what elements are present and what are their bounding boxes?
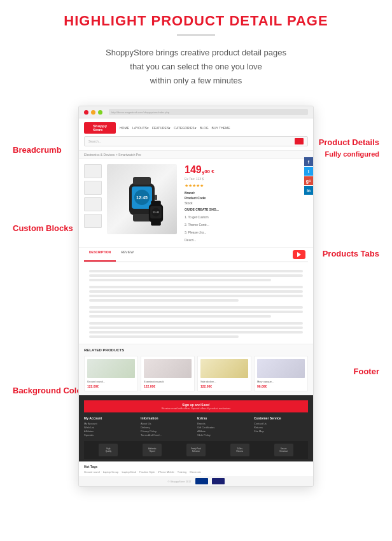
mockup-logo: ShoppyStore <box>84 122 116 134</box>
mockup-product-area: 12:45 12:45 <box>79 159 313 247</box>
mockup-stars: ★★★★★ <box>185 183 305 188</box>
mockup-product-code: Product Code: <box>185 196 305 200</box>
nav-layouts: LAYOUTS▾ <box>132 126 149 130</box>
footer-col-title-1: My Account <box>84 416 138 420</box>
desc-line-2 <box>89 274 303 277</box>
nav-blog: BLOG <box>200 126 209 130</box>
tag-2: Laptop Group <box>103 470 118 474</box>
mockup-nav-items: HOME LAYOUTS▾ FEATURES▾ CATEGORIES▾ BLOG… <box>120 126 308 130</box>
nav-buy-theme: BUY THEME <box>212 126 230 130</box>
title-black: HIGHLIGHT PRODUCT <box>64 13 225 29</box>
footer-col-item-2-4: Terms And Cond... <box>141 433 195 437</box>
annotation-products-tabs: Products Tabs <box>323 249 379 258</box>
social-facebook[interactable]: f <box>304 157 313 166</box>
mockup-guide-item-4: Descri... <box>185 238 305 242</box>
product-image-watch2: 12:45 <box>140 197 172 229</box>
related-item-4: Maw opaque... 96.00€ <box>254 356 308 391</box>
mockup-hottags: Hot Tags Ground round · Laptop Group · L… <box>79 461 313 476</box>
social-twitter[interactable]: t <box>304 167 313 176</box>
mockup-nav: ShoppyStore HOME LAYOUTS▾ FEATURES▾ CATE… <box>84 122 308 134</box>
svg-text:12:45: 12:45 <box>153 211 160 214</box>
badge-authentic: AuthenticReport <box>143 444 162 456</box>
thumb-4[interactable] <box>84 214 102 228</box>
footer-col-item-1-1: My Account <box>84 422 138 425</box>
mockup-tax: Ex Tax: 123 $ <box>185 177 305 181</box>
mockup-related-products: RELATED PRODUCTS Ground round... 122.00€… <box>79 344 313 395</box>
mockup-guide-item-2: 2. Theme Contr... <box>185 223 305 227</box>
browser-dot-green <box>98 110 102 115</box>
annotation-background-color: Background Color <box>13 386 85 395</box>
footer-col-title-2: Information <box>141 416 195 420</box>
footer-col-extras: Extras Brands Gift Certificates Affiliat… <box>197 416 251 437</box>
footer-col-item-3-4: Slide Policy <box>197 433 251 437</box>
mockup-guide-title: GUIDE CREATE SHO... <box>185 207 305 211</box>
thumb-3[interactable] <box>84 197 102 211</box>
video-play-button[interactable] <box>293 250 305 259</box>
desc-line-9 <box>89 311 303 313</box>
desc-line-10 <box>89 315 271 318</box>
tag-7: Electronic <box>190 470 201 474</box>
footer-col-customer-service: Customer Service Contact Us Returns Site… <box>254 416 308 437</box>
mockup-breadcrumb: Electronics & Devices > Smartwatch Pro <box>79 151 313 159</box>
mockup-search-text: Search... <box>88 139 292 143</box>
mockup-thumbnails <box>84 164 102 242</box>
mockup-main-image: 12:45 12:45 <box>107 164 177 234</box>
tag-1: Ground round <box>84 470 100 474</box>
mockup-search-bar[interactable]: Search... <box>84 136 308 146</box>
footer-col-my-account: My Account My Account Wish List Affiliat… <box>84 416 138 437</box>
related-item-3: Sale abdom... 122.00€ <box>197 356 251 391</box>
video-play-icon <box>297 252 301 257</box>
tab-review[interactable]: REVIEW <box>116 248 139 262</box>
desc-line-8 <box>89 306 303 309</box>
svg-rect-4 <box>133 177 151 185</box>
related-img-4 <box>257 359 305 378</box>
related-img-2 <box>144 359 192 378</box>
desc-line-3 <box>89 279 271 281</box>
tag-sep-5: · <box>176 470 176 474</box>
footer-col-item-3-2: Gift Certificates <box>197 426 251 429</box>
related-img-3 <box>200 359 248 378</box>
tag-4: Fashion Style <box>139 470 155 474</box>
tab-description[interactable]: DESCRIPTION <box>84 248 116 262</box>
mockup-brand: Brand: <box>185 191 305 195</box>
desc-line-1 <box>89 270 303 272</box>
related-img-1 <box>87 359 135 378</box>
footer-col-item-4-1: Contact Us <box>254 422 308 425</box>
footer-col-item-2-2: Delivery <box>141 426 195 429</box>
footer-col-item-4-3: Site Map <box>254 430 308 433</box>
nav-categories: CATEGORIES▾ <box>174 126 196 130</box>
payment-icon-visa <box>212 478 225 484</box>
mockup-stock: Stock <box>185 201 305 205</box>
footer-col-title-3: Extras <box>197 416 251 420</box>
social-google-plus[interactable]: g+ <box>304 176 313 185</box>
thumb-2[interactable] <box>84 181 102 195</box>
mockup-tab-nav: DESCRIPTION REVIEW <box>84 248 308 262</box>
related-price-2: 122.00€ <box>144 384 192 388</box>
thumb-1[interactable] <box>84 164 102 178</box>
desc-line-6 <box>89 295 303 297</box>
related-price-1: 122.00€ <box>87 384 135 388</box>
annotation-breadcrumb: Breadcrumb <box>13 145 62 155</box>
desc-line-5 <box>89 290 303 293</box>
nav-home: HOME <box>120 126 129 130</box>
mockup-search-button[interactable] <box>295 138 304 144</box>
footer-col-item-1-3: Affiliates <box>84 430 138 433</box>
page-wrapper: HIGHLIGHT PRODUCT DETAIL PAGE ShoppyStor… <box>0 0 392 506</box>
badge-24hrs: 24/hrsReturns <box>230 444 249 456</box>
mockup-related-items: Ground round... 122.00€ Examination pack… <box>84 356 308 391</box>
footer-col-information: Information About Us Delivery Privacy Po… <box>141 416 195 437</box>
mockup-footer-cols: My Account My Account Wish List Affiliat… <box>84 416 308 437</box>
footer-col-item-2-1: About Us <box>141 422 195 425</box>
social-linkedin[interactable]: in <box>304 186 313 195</box>
desc-line-13 <box>89 331 303 334</box>
footer-col-item-3-1: Brands <box>197 422 251 425</box>
related-name-3: Sale abdom... <box>200 380 248 383</box>
mockup-description <box>84 266 308 344</box>
mockup-tabs: DESCRIPTION REVIEW <box>79 247 313 344</box>
footer-col-item-4-2: Returns <box>254 426 308 429</box>
annotation-fully-configured: Fully configured <box>325 150 379 158</box>
desc-line-12 <box>89 327 303 329</box>
footer-col-item-1-2: Wish List <box>84 426 138 429</box>
browser-dot-yellow <box>91 110 95 115</box>
tag-5: iPhone Mobile <box>158 470 174 474</box>
